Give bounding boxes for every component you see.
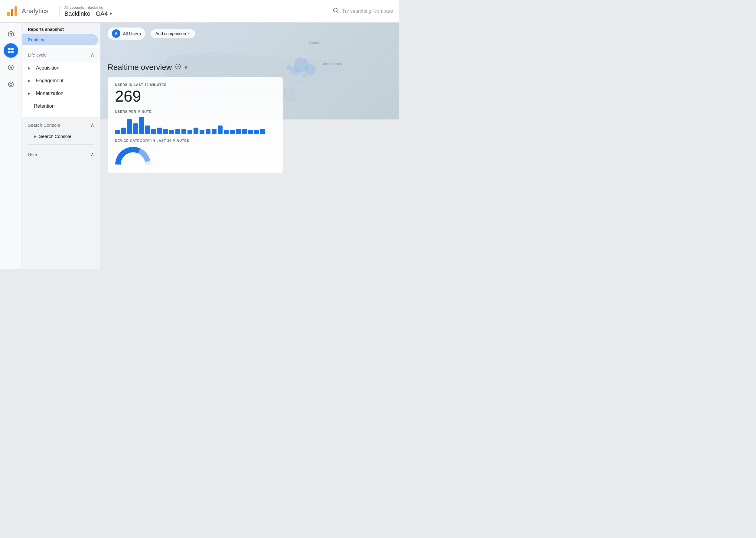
search-console-section-label: Search Console <box>28 123 60 128</box>
user-section-chevron-icon: ∧ <box>90 151 94 158</box>
chart-bar <box>224 130 229 134</box>
nav-reports[interactable] <box>4 43 18 58</box>
user-section-header[interactable]: User ∧ <box>22 147 100 160</box>
acquisition-label: Acquisition <box>36 65 59 71</box>
search-console-header[interactable]: Search Console ∧ <box>22 117 100 131</box>
chart-bar <box>163 129 168 134</box>
users-30min-label: USERS IN LAST 30 MINUTES <box>115 83 276 86</box>
add-comparison-label: Add comparison <box>155 31 186 36</box>
sidebar-reports-snapshot-label: Reports snapshot <box>22 23 100 34</box>
sidebar-item-engagement[interactable]: ▶ Engagement <box>22 75 100 87</box>
chart-bar <box>151 129 156 134</box>
svg-point-10 <box>8 82 13 87</box>
check-icon <box>175 63 182 71</box>
property-selector[interactable]: Backlinko - GA4 ▾ <box>64 10 112 17</box>
search-console-chevron-icon: ∧ <box>90 122 94 128</box>
realtime-title-row: Realtime overview ▾ <box>108 63 392 72</box>
sidebar-item-acquisition[interactable]: ▶ Acquisition <box>22 62 100 75</box>
nav-explore[interactable] <box>4 60 18 75</box>
chart-bar <box>218 126 223 134</box>
svg-rect-7 <box>8 51 10 53</box>
nav-icons <box>0 23 22 269</box>
acquisition-expand-icon: ▶ <box>28 66 30 70</box>
chart-bar <box>236 129 241 134</box>
analytics-logo-icon <box>6 5 18 17</box>
search-area: Try searching "compare <box>332 7 393 16</box>
search-placeholder-text: Try searching "compare <box>342 9 393 14</box>
breadcrumb-arrow: › <box>85 5 86 10</box>
chart-bar <box>254 130 259 134</box>
sidebar: Reports snapshot Realtime Life cycle ∧ ▶… <box>22 23 100 269</box>
app-title: Analytics <box>22 7 48 15</box>
svg-rect-5 <box>8 48 10 50</box>
chart-bar <box>175 129 180 134</box>
engagement-label: Engagement <box>36 78 64 83</box>
search-console-expand-icon: ▶ <box>34 134 36 138</box>
chart-bar <box>206 129 210 134</box>
chart-bar <box>212 129 217 134</box>
sidebar-item-search-console[interactable]: ▶ Search Console <box>22 131 100 142</box>
all-users-badge[interactable]: A All Users <box>108 27 145 40</box>
lifecycle-chevron-icon: ∧ <box>90 51 94 58</box>
monetization-expand-icon: ▶ <box>28 91 30 95</box>
lifecycle-header[interactable]: Life cycle ∧ <box>22 48 100 62</box>
all-users-label: All Users <box>123 31 141 36</box>
nav-advertising[interactable] <box>4 77 18 92</box>
donut-svg <box>115 145 151 166</box>
chart-bar <box>145 126 150 134</box>
add-comparison-button[interactable]: Add comparison + <box>150 29 196 38</box>
search-console-section: Search Console ∧ ▶ Search Console <box>22 117 100 144</box>
lifecycle-panel: Life cycle ∧ ▶ Acquisition ▶ Engagement … <box>22 45 100 117</box>
chart-bar <box>133 123 138 134</box>
section-divider <box>28 144 94 144</box>
chart-bar <box>188 130 192 134</box>
svg-rect-8 <box>11 51 13 53</box>
svg-rect-1 <box>11 9 13 16</box>
search-console-item-label: Search Console <box>39 134 71 139</box>
svg-rect-2 <box>15 6 17 16</box>
chart-bar <box>199 130 204 134</box>
user-avatar: A <box>112 29 120 38</box>
chart-bar <box>260 129 265 134</box>
breadcrumb-all-accounts[interactable]: All accounts <box>64 5 84 10</box>
svg-point-3 <box>334 8 338 12</box>
device-donut-chart <box>115 145 276 167</box>
users-per-minute-label: USERS PER MINUTE <box>115 110 276 113</box>
header-divider <box>59 6 60 17</box>
add-comparison-icon: + <box>188 31 190 36</box>
breadcrumb: All accounts › Backlinko <box>64 5 112 10</box>
sidebar-item-realtime[interactable]: Realtime <box>22 34 98 45</box>
device-category-label: DEVICE CATEGORY IN LAST 30 MINUTES <box>115 139 276 142</box>
svg-rect-6 <box>11 48 13 50</box>
breadcrumb-area: All accounts › Backlinko Backlinko - GA4… <box>64 5 112 17</box>
top-header: Analytics All accounts › Backlinko Backl… <box>0 0 399 23</box>
svg-rect-0 <box>7 12 10 16</box>
realtime-panel: Realtime overview ▾ USERS IN LAST 30 MIN… <box>108 63 392 173</box>
breadcrumb-site[interactable]: Backlinko <box>88 5 103 10</box>
sidebar-item-monetization[interactable]: ▶ Monetization <box>22 87 100 100</box>
chart-bar <box>230 130 235 134</box>
svg-line-4 <box>337 12 339 13</box>
chart-bar <box>193 128 198 134</box>
main-top-bar: A All Users Add comparison + <box>100 23 399 44</box>
property-name: Backlinko - GA4 <box>64 10 108 17</box>
chart-bar <box>115 130 120 134</box>
realtime-dropdown-icon[interactable]: ▾ <box>185 64 188 71</box>
svg-point-18 <box>176 64 181 69</box>
logo-area: Analytics <box>6 5 48 17</box>
sidebar-realtime-label: Realtime <box>28 37 46 42</box>
lifecycle-label: Life cycle <box>28 52 47 57</box>
chart-bar <box>182 129 186 134</box>
chart-bar <box>121 128 126 134</box>
metrics-card: USERS IN LAST 30 MINUTES 269 USERS PER M… <box>108 77 283 173</box>
chart-bar <box>157 128 162 134</box>
users-per-minute-chart <box>115 116 276 134</box>
chart-bar <box>169 130 174 134</box>
nav-home[interactable] <box>4 26 18 41</box>
sidebar-item-retention[interactable]: Retention <box>22 100 100 113</box>
svg-point-11 <box>10 83 12 85</box>
chart-bar <box>139 117 144 134</box>
search-icon[interactable] <box>332 7 339 16</box>
monetization-label: Monetization <box>36 91 64 96</box>
main-content: Canada United States A All Users Add com… <box>100 23 399 269</box>
